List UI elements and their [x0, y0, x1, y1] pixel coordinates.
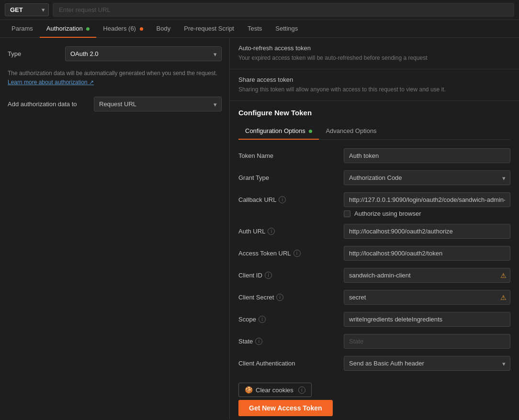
- add-auth-select[interactable]: Request URL Request Headers: [94, 97, 222, 111]
- callback-url-info-icon[interactable]: i: [279, 196, 286, 203]
- type-row: Type OAuth 2.0 No Auth API Key Bearer To…: [8, 46, 222, 61]
- share-token-title: Share access token: [238, 76, 510, 83]
- client-auth-field: Send as Basic Auth header Send client cr…: [344, 356, 510, 371]
- client-secret-warning-icon: ⚠: [500, 294, 507, 301]
- access-token-url-field: [344, 246, 510, 261]
- callback-url-wrapper: [344, 192, 510, 207]
- client-auth-row: Client Authentication Send as Basic Auth…: [238, 356, 510, 371]
- grant-type-row: Grant Type Authorization Code Implicit C…: [238, 170, 510, 186]
- tab-tests[interactable]: Tests: [241, 20, 269, 38]
- access-token-url-input[interactable]: [344, 246, 510, 261]
- token-name-field: [344, 148, 510, 163]
- auto-refresh-desc: Your expired access token will be auto-r…: [238, 54, 510, 62]
- tab-headers[interactable]: Headers (6): [96, 20, 149, 38]
- grant-type-field: Authorization Code Implicit Client Crede…: [344, 170, 510, 185]
- method-select[interactable]: GET POST PUT DELETE PATCH: [5, 3, 49, 16]
- state-label: State i: [238, 334, 344, 345]
- access-token-url-label: Access Token URL i: [238, 246, 344, 257]
- cookie-icon: 🍪: [245, 386, 253, 394]
- client-id-field: ⚠: [344, 268, 510, 283]
- auth-learn-more-link[interactable]: Learn more about authorization ↗: [8, 79, 94, 86]
- tabs-bar: Params Authorization Headers (6) Body Pr…: [0, 20, 519, 38]
- state-info-icon[interactable]: i: [255, 338, 262, 345]
- tab-prerequest[interactable]: Pre-request Script: [177, 20, 241, 38]
- callback-url-input[interactable]: [344, 192, 510, 207]
- method-wrapper: GET POST PUT DELETE PATCH: [5, 3, 49, 16]
- left-panel: Type OAuth 2.0 No Auth API Key Bearer To…: [0, 38, 230, 420]
- state-field: [344, 334, 510, 349]
- token-name-row: Token Name: [238, 148, 510, 164]
- client-secret-info-icon[interactable]: i: [276, 294, 283, 301]
- scope-info-icon[interactable]: i: [259, 316, 266, 323]
- headers-dot: [140, 27, 143, 31]
- type-select-wrapper: OAuth 2.0 No Auth API Key Bearer Token B…: [65, 46, 222, 61]
- client-id-warning-icon: ⚠: [500, 272, 507, 279]
- tab-authorization[interactable]: Authorization: [40, 20, 97, 38]
- footer-row: 🍪 Clear cookies i: [238, 378, 510, 400]
- add-auth-label: Add authorization data to: [8, 100, 94, 108]
- grant-type-select[interactable]: Authorization Code Implicit Client Crede…: [344, 170, 510, 185]
- scope-input[interactable]: [344, 312, 510, 327]
- client-secret-input[interactable]: [344, 290, 510, 305]
- callback-url-label: Callback URL i: [238, 192, 344, 203]
- token-name-label: Token Name: [238, 148, 344, 159]
- scope-label: Scope i: [238, 312, 344, 323]
- callback-url-row: Callback URL i Authorize using browser: [238, 192, 510, 217]
- client-secret-label: Client Secret i: [238, 290, 344, 301]
- authorize-browser-label: Authorize using browser: [354, 210, 421, 217]
- clear-cookies-button[interactable]: 🍪 Clear cookies i: [238, 383, 312, 397]
- authorize-browser-row: Authorize using browser: [344, 210, 510, 217]
- client-auth-select[interactable]: Send as Basic Auth header Send client cr…: [344, 356, 510, 371]
- type-select[interactable]: OAuth 2.0 No Auth API Key Bearer Token B…: [65, 46, 222, 61]
- get-token-row: Get New Access Token: [238, 400, 510, 416]
- main-layout: Type OAuth 2.0 No Auth API Key Bearer To…: [0, 38, 519, 420]
- config-tab-advanced[interactable]: Advanced Options: [319, 123, 383, 140]
- auth-url-field: [344, 224, 510, 239]
- tab-params[interactable]: Params: [5, 20, 40, 38]
- auto-refresh-section: Auto-refresh access token Your expired a…: [230, 38, 519, 69]
- client-id-label: Client ID i: [238, 268, 344, 279]
- get-new-access-token-button[interactable]: Get New Access Token: [238, 400, 333, 416]
- grant-type-label: Grant Type: [238, 170, 344, 181]
- config-tabs: Configuration Options Advanced Options: [238, 123, 510, 140]
- authorize-browser-checkbox[interactable]: [344, 210, 350, 217]
- client-id-input[interactable]: [344, 268, 510, 283]
- scope-field: [344, 312, 510, 327]
- callback-url-field: Authorize using browser: [344, 192, 510, 217]
- tab-body[interactable]: Body: [150, 20, 178, 38]
- auth-info: The authorization data will be automatic…: [8, 69, 222, 87]
- url-input[interactable]: [53, 3, 514, 17]
- top-bar: GET POST PUT DELETE PATCH: [0, 0, 519, 20]
- auth-url-label: Auth URL i: [238, 224, 344, 235]
- scope-row: Scope i: [238, 312, 510, 327]
- client-id-row: Client ID i ⚠: [238, 268, 510, 283]
- configure-title: Configure New Token: [238, 109, 510, 117]
- client-auth-label: Client Authentication: [238, 356, 344, 367]
- tab-settings[interactable]: Settings: [269, 20, 305, 38]
- auth-url-info-icon[interactable]: i: [268, 228, 275, 235]
- share-token-desc: Sharing this token will allow anyone wit…: [238, 85, 510, 94]
- share-token-section: Share access token Sharing this token wi…: [230, 69, 519, 101]
- add-auth-select-wrapper: Request URL Request Headers: [94, 97, 222, 111]
- config-options-dot: [309, 130, 312, 133]
- auth-url-input[interactable]: [344, 224, 510, 239]
- auth-url-row: Auth URL i: [238, 224, 510, 239]
- add-auth-row: Add authorization data to Request URL Re…: [8, 97, 222, 111]
- config-tab-options[interactable]: Configuration Options: [238, 123, 319, 140]
- authorization-dot: [86, 27, 90, 31]
- type-label: Type: [8, 50, 65, 57]
- access-token-url-row: Access Token URL i: [238, 246, 510, 261]
- auto-refresh-title: Auto-refresh access token: [238, 44, 510, 52]
- client-secret-field: ⚠: [344, 290, 510, 305]
- client-secret-row: Client Secret i ⚠: [238, 290, 510, 305]
- configure-section: Configure New Token Configuration Option…: [230, 101, 519, 420]
- access-token-url-info-icon[interactable]: i: [293, 250, 301, 257]
- clear-cookies-info-icon[interactable]: i: [298, 387, 305, 394]
- state-input[interactable]: [344, 334, 510, 349]
- state-row: State i: [238, 334, 510, 349]
- token-name-input[interactable]: [344, 148, 510, 163]
- right-panel: Auto-refresh access token Your expired a…: [230, 38, 519, 420]
- client-id-info-icon[interactable]: i: [265, 272, 272, 279]
